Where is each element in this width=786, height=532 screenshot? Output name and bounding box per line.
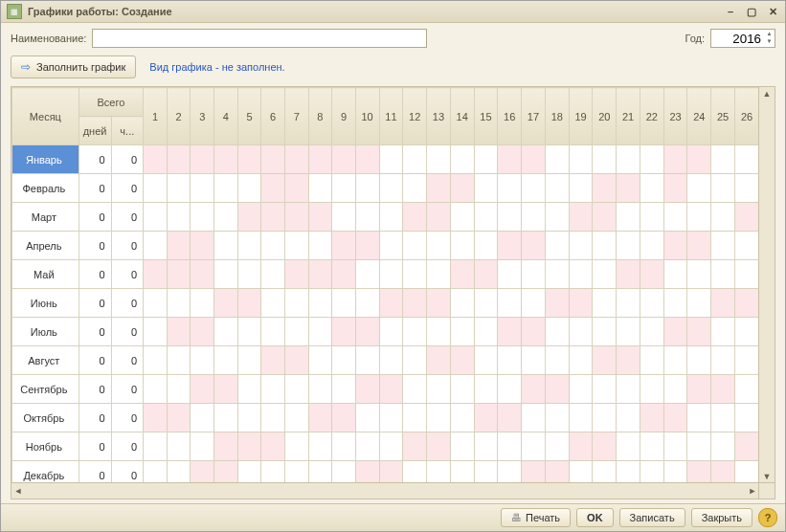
day-cell[interactable]: [379, 289, 403, 318]
day-cell[interactable]: [191, 174, 214, 203]
day-cell[interactable]: [284, 289, 308, 318]
day-cell[interactable]: [332, 404, 356, 432]
day-cell[interactable]: [355, 232, 379, 260]
day-cell[interactable]: [498, 145, 522, 174]
day-cell[interactable]: [403, 404, 427, 432]
day-cell[interactable]: [593, 145, 617, 174]
day-cell[interactable]: [663, 375, 687, 404]
day-cell[interactable]: [237, 260, 261, 289]
day-cell[interactable]: [214, 404, 238, 432]
day-cell[interactable]: [355, 432, 379, 461]
day-cell[interactable]: [403, 260, 427, 289]
day-cell[interactable]: [403, 375, 427, 404]
day-cell[interactable]: [522, 432, 546, 461]
day-cell[interactable]: [332, 461, 356, 484]
day-cell[interactable]: [640, 289, 663, 318]
day-cell[interactable]: [144, 203, 168, 232]
minimize-button[interactable]: –: [724, 5, 737, 18]
day-cell[interactable]: [663, 145, 687, 174]
day-cell[interactable]: [191, 260, 214, 289]
day-cell[interactable]: [308, 404, 332, 432]
day-cell[interactable]: [214, 145, 238, 174]
day-cell[interactable]: [663, 203, 687, 232]
day-cell[interactable]: [308, 145, 332, 174]
day-cell[interactable]: [687, 232, 711, 260]
day-cell[interactable]: [640, 232, 663, 260]
day-cell[interactable]: [663, 318, 687, 346]
day-cell[interactable]: [308, 174, 332, 203]
day-cell[interactable]: [427, 375, 451, 404]
day-cell[interactable]: [569, 375, 593, 404]
day-cell[interactable]: [450, 203, 474, 232]
day-cell[interactable]: [308, 260, 332, 289]
day-cell[interactable]: [261, 203, 285, 232]
day-cell[interactable]: [284, 232, 308, 260]
day-cell[interactable]: [403, 346, 427, 375]
day-cell[interactable]: [569, 404, 593, 432]
day-cell[interactable]: [450, 260, 474, 289]
day-cell[interactable]: [427, 260, 451, 289]
day-cell[interactable]: [379, 375, 403, 404]
day-cell[interactable]: [545, 289, 569, 318]
day-cell[interactable]: [237, 203, 261, 232]
day-cell[interactable]: [284, 432, 308, 461]
day-cell[interactable]: [332, 318, 356, 346]
day-cell[interactable]: [355, 375, 379, 404]
day-cell[interactable]: [332, 174, 356, 203]
day-cell[interactable]: [284, 404, 308, 432]
close-button[interactable]: ✕: [766, 5, 779, 18]
day-cell[interactable]: [474, 432, 498, 461]
day-cell[interactable]: [261, 404, 285, 432]
fill-schedule-button[interactable]: ⇨ Заполнить график: [11, 55, 136, 78]
day-cell[interactable]: [144, 232, 168, 260]
day-cell[interactable]: [167, 346, 191, 375]
day-cell[interactable]: [663, 260, 687, 289]
day-cell[interactable]: [237, 232, 261, 260]
day-cell[interactable]: [522, 174, 546, 203]
vertical-scrollbar[interactable]: ▲ ▼: [758, 87, 775, 483]
day-cell[interactable]: [522, 346, 546, 375]
day-cell[interactable]: [617, 432, 640, 461]
day-cell[interactable]: [593, 318, 617, 346]
day-cell[interactable]: [237, 289, 261, 318]
day-cell[interactable]: [379, 318, 403, 346]
day-cell[interactable]: [687, 346, 711, 375]
day-cell[interactable]: [522, 289, 546, 318]
day-cell[interactable]: [569, 461, 593, 484]
day-cell[interactable]: [403, 232, 427, 260]
day-cell[interactable]: [191, 432, 214, 461]
day-cell[interactable]: [687, 318, 711, 346]
day-cell[interactable]: [617, 260, 640, 289]
day-cell[interactable]: [284, 318, 308, 346]
day-cell[interactable]: [450, 461, 474, 484]
scroll-right-icon[interactable]: ►: [746, 484, 759, 498]
day-cell[interactable]: [687, 174, 711, 203]
day-cell[interactable]: [308, 461, 332, 484]
day-cell[interactable]: [569, 346, 593, 375]
day-cell[interactable]: [167, 318, 191, 346]
day-cell[interactable]: [663, 232, 687, 260]
day-cell[interactable]: [167, 203, 191, 232]
day-cell[interactable]: [474, 232, 498, 260]
day-cell[interactable]: [427, 432, 451, 461]
day-cell[interactable]: [498, 375, 522, 404]
table-row[interactable]: Январь00: [12, 145, 759, 174]
day-cell[interactable]: [144, 432, 168, 461]
close-form-button[interactable]: Закрыть: [691, 508, 752, 527]
day-cell[interactable]: [167, 404, 191, 432]
day-cell[interactable]: [593, 174, 617, 203]
day-cell[interactable]: [711, 318, 735, 346]
day-cell[interactable]: [308, 232, 332, 260]
day-cell[interactable]: [261, 461, 285, 484]
day-cell[interactable]: [237, 346, 261, 375]
day-cell[interactable]: [640, 346, 663, 375]
table-row[interactable]: Июнь00: [12, 289, 759, 318]
day-cell[interactable]: [711, 461, 735, 484]
day-cell[interactable]: [191, 461, 214, 484]
day-cell[interactable]: [332, 232, 356, 260]
save-button[interactable]: Записать: [619, 508, 685, 527]
day-cell[interactable]: [355, 404, 379, 432]
day-cell[interactable]: [474, 375, 498, 404]
table-row[interactable]: Апрель00: [12, 232, 759, 260]
day-cell[interactable]: [450, 145, 474, 174]
